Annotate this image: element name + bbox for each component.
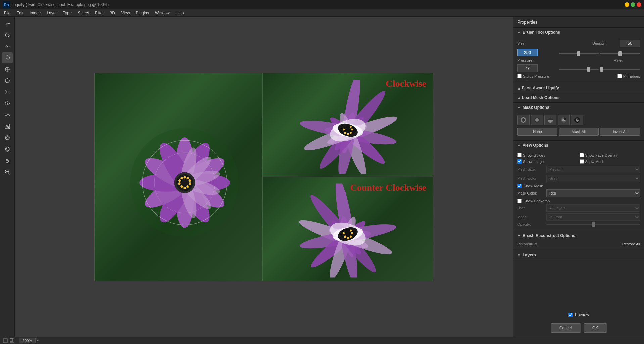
size-slider-row bbox=[517, 49, 640, 56]
show-image-checkbox[interactable] bbox=[517, 159, 522, 164]
cancel-button[interactable]: Cancel bbox=[551, 323, 581, 333]
menu-view[interactable]: View bbox=[119, 10, 133, 16]
show-guides-label[interactable]: Show Guides bbox=[523, 153, 545, 157]
stylus-pressure-label[interactable]: Stylus Pressure bbox=[523, 74, 549, 78]
canvas-area[interactable]: Clockwise bbox=[15, 17, 513, 337]
pressure-input[interactable] bbox=[517, 64, 538, 72]
swirl-cw-svg bbox=[276, 80, 420, 174]
menu-file[interactable]: File bbox=[1, 10, 13, 16]
zoom-icon bbox=[4, 169, 10, 175]
push-left-tool-button[interactable] bbox=[2, 87, 13, 97]
pin-edges-label[interactable]: Pin Edges bbox=[623, 74, 640, 78]
show-face-overlay-checkbox[interactable] bbox=[580, 153, 584, 157]
pucker-tool-button[interactable] bbox=[2, 64, 13, 75]
face-aware-header[interactable]: ▶ Face-Aware Liquify bbox=[513, 83, 644, 93]
zoom-input[interactable] bbox=[19, 338, 36, 343]
show-face-overlay-label[interactable]: Show Face Overlay bbox=[585, 153, 617, 157]
show-mesh-label[interactable]: Show Mesh bbox=[585, 160, 604, 164]
mask-color-dropdown[interactable]: Red Green Blue bbox=[546, 189, 640, 197]
menu-help[interactable]: Help bbox=[173, 10, 187, 16]
minimize-button[interactable] bbox=[625, 2, 629, 7]
view-options-header[interactable]: ▼ View Options bbox=[513, 141, 644, 150]
mask-btn-2[interactable] bbox=[531, 115, 543, 125]
mask-icon-3 bbox=[546, 116, 554, 124]
menu-type[interactable]: Type bbox=[60, 10, 74, 16]
show-face-col: Show Face Overlay bbox=[580, 153, 640, 157]
thaw-mask-button[interactable] bbox=[2, 132, 13, 143]
show-image-label[interactable]: Show Image bbox=[523, 160, 544, 164]
restore-all-button[interactable]: Restore All bbox=[622, 242, 640, 246]
twirl-clockwise-button[interactable] bbox=[2, 52, 13, 63]
menu-image[interactable]: Image bbox=[27, 10, 43, 16]
rate-slider[interactable] bbox=[600, 69, 640, 70]
pucker-icon bbox=[4, 66, 10, 72]
show-backdrop-checkbox[interactable] bbox=[517, 199, 522, 203]
mask-options-header[interactable]: ▼ Mask Options bbox=[513, 103, 644, 112]
face-aware-section: ▶ Face-Aware Liquify bbox=[513, 83, 644, 93]
canvas-icon-2 bbox=[9, 338, 15, 343]
mask-all-button[interactable]: Mask All bbox=[559, 128, 599, 136]
forward-warp-tool-button[interactable] bbox=[2, 18, 13, 29]
svg-point-44 bbox=[183, 176, 186, 178]
load-mesh-header[interactable]: ▶ Load Mesh Options bbox=[513, 93, 644, 102]
maximize-button[interactable] bbox=[631, 2, 635, 7]
mask-btn-1[interactable] bbox=[517, 115, 530, 125]
menu-3d[interactable]: 3D bbox=[107, 10, 118, 16]
reconstruct-tool-button[interactable] bbox=[2, 30, 13, 40]
mesh-color-dropdown[interactable]: Gray bbox=[546, 175, 640, 182]
mask-options-content: None Mask All Invert All bbox=[513, 112, 644, 140]
show-guides-checkbox[interactable] bbox=[517, 153, 522, 157]
mask-btn-3[interactable] bbox=[544, 115, 556, 125]
mirror-tool-button[interactable] bbox=[2, 98, 13, 109]
reconstruct-icon bbox=[4, 32, 10, 38]
none-button[interactable]: None bbox=[517, 128, 557, 136]
opacity-slider[interactable] bbox=[546, 224, 640, 225]
brush-tool-options-header[interactable]: ▼ Brush Tool Options bbox=[513, 28, 644, 37]
show-image-col: Show Image bbox=[517, 159, 578, 164]
zoom-tool-button[interactable] bbox=[2, 167, 13, 177]
pin-edges-checkbox[interactable] bbox=[617, 74, 622, 78]
reconstruct-button[interactable]: Reconstruct... bbox=[517, 242, 540, 246]
menu-filter[interactable]: Filter bbox=[92, 10, 107, 16]
use-dropdown[interactable]: All Layers bbox=[546, 204, 640, 212]
reconstruct-buttons-row: Reconstruct... Restore All bbox=[513, 241, 644, 249]
menu-select[interactable]: Select bbox=[75, 10, 91, 16]
show-mask-label[interactable]: Show Mask bbox=[524, 184, 543, 188]
menu-edit[interactable]: Edit bbox=[14, 10, 26, 16]
menu-window[interactable]: Window bbox=[152, 10, 172, 16]
hand-tool-button[interactable] bbox=[2, 155, 13, 166]
stylus-pressure-checkbox[interactable] bbox=[517, 74, 522, 78]
window-controls[interactable] bbox=[625, 2, 641, 7]
pressure-slider[interactable] bbox=[559, 69, 599, 70]
mode-dropdown[interactable]: In Front bbox=[546, 213, 640, 221]
close-button[interactable] bbox=[637, 2, 641, 7]
invert-all-button[interactable]: Invert All bbox=[600, 128, 640, 136]
svg-point-47 bbox=[189, 182, 191, 185]
freeze-mask-button[interactable] bbox=[2, 121, 13, 132]
preview-checkbox[interactable] bbox=[568, 313, 573, 317]
face-tool-button[interactable] bbox=[2, 144, 13, 155]
mask-btn-4[interactable] bbox=[558, 115, 570, 125]
menu-layer[interactable]: Layer bbox=[44, 10, 59, 16]
show-mask-checkbox[interactable] bbox=[517, 184, 522, 188]
density-slider[interactable] bbox=[600, 53, 640, 54]
layers-header[interactable]: ▼ Layers bbox=[513, 250, 644, 260]
show-mesh-checkbox[interactable] bbox=[580, 159, 584, 164]
mask-btn-5[interactable] bbox=[571, 115, 583, 125]
preview-label[interactable]: Preview bbox=[575, 312, 589, 317]
brush-reconstruct-header[interactable]: ▼ Brush Reconstruct Options bbox=[513, 231, 644, 241]
zoom-control: ▾ bbox=[19, 338, 39, 343]
show-backdrop-label[interactable]: Show Backdrop bbox=[524, 199, 550, 203]
mask-action-buttons: None Mask All Invert All bbox=[517, 128, 640, 136]
size-slider[interactable] bbox=[559, 53, 599, 54]
density-input[interactable] bbox=[620, 40, 640, 47]
size-input[interactable] bbox=[517, 49, 538, 56]
dialog-buttons: Cancel OK bbox=[513, 319, 644, 337]
turbulence-tool-button[interactable] bbox=[2, 110, 13, 120]
ok-button[interactable]: OK bbox=[584, 323, 607, 333]
menu-plugins[interactable]: Plugins bbox=[133, 10, 152, 16]
zoom-dropdown-arrow[interactable]: ▾ bbox=[37, 339, 39, 342]
mesh-size-dropdown[interactable]: Medium bbox=[546, 166, 640, 173]
smooth-tool-button[interactable] bbox=[2, 41, 13, 52]
bloat-tool-button[interactable] bbox=[2, 75, 13, 86]
